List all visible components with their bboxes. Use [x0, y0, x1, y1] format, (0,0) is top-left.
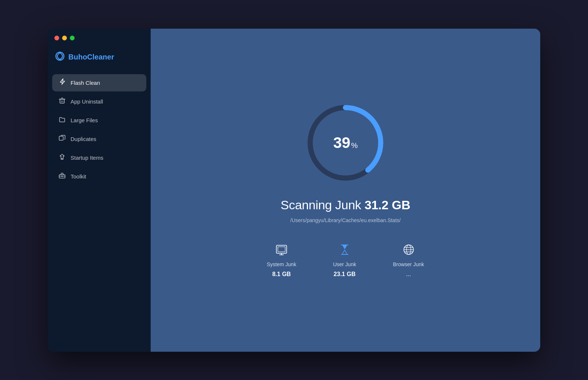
browser-junk-icon	[401, 242, 417, 258]
startup-items-label: Startup Items	[71, 155, 103, 161]
toolkit-label: Toolkit	[71, 173, 86, 180]
logo-text: BuhoCleaner	[68, 53, 114, 61]
large-files-label: Large Files	[71, 117, 98, 123]
sidebar-item-app-uninstall[interactable]: App Uninstall	[52, 93, 146, 110]
flash-clean-label: Flash Clean	[71, 80, 100, 86]
minimize-button[interactable]	[62, 36, 67, 40]
flash-clean-icon	[58, 79, 66, 87]
titlebar	[48, 29, 151, 48]
stat-browser-junk: Browser Junk ...	[393, 242, 424, 278]
nav-menu: Flash Clean App Uninstall	[48, 74, 151, 185]
duplicates-icon	[58, 135, 66, 143]
sidebar-item-duplicates[interactable]: Duplicates	[52, 130, 146, 148]
sidebar-item-startup-items[interactable]: Startup Items	[52, 149, 146, 166]
sidebar: BuhoCleaner Flash Clean	[48, 29, 151, 352]
sidebar-item-large-files[interactable]: Large Files	[52, 112, 146, 129]
duplicates-label: Duplicates	[71, 136, 96, 142]
maximize-button[interactable]	[70, 36, 75, 40]
progress-ring-container: 39%	[305, 102, 386, 183]
svg-rect-2	[59, 136, 63, 140]
progress-number: 39	[333, 134, 351, 152]
stat-system-junk: System Junk 8.1 GB	[267, 242, 296, 278]
scanning-title: Scanning Junk 31.2 GB	[281, 198, 410, 212]
stats-row: System Junk 8.1 GB User Junk 23.1 GB	[267, 242, 424, 278]
svg-rect-8	[278, 247, 285, 252]
browser-junk-label: Browser Junk	[393, 261, 424, 267]
user-junk-label: User Junk	[333, 261, 356, 267]
main-content: 39% Scanning Junk 31.2 GB /Users/pangyu/…	[151, 29, 540, 352]
sidebar-item-toolkit[interactable]: Toolkit	[52, 168, 146, 185]
scanning-path: /Users/pangyu/Library/Caches/eu.exelban.…	[290, 217, 401, 223]
user-junk-icon	[337, 242, 353, 258]
browser-junk-value: ...	[406, 271, 411, 278]
app-window: BuhoCleaner Flash Clean	[48, 29, 540, 352]
logo-icon	[55, 51, 65, 63]
large-files-icon	[58, 116, 66, 124]
app-uninstall-icon	[58, 97, 66, 106]
logo-area: BuhoCleaner	[48, 48, 151, 74]
scanning-prefix: Scanning Junk	[281, 198, 365, 212]
startup-items-icon	[58, 153, 66, 162]
svg-rect-1	[60, 99, 64, 103]
system-junk-icon	[273, 242, 290, 258]
system-junk-label: System Junk	[267, 261, 296, 267]
scanning-size: 31.2 GB	[365, 198, 410, 212]
toolkit-icon	[58, 172, 66, 181]
svg-point-4	[62, 175, 63, 177]
user-junk-value: 23.1 GB	[334, 271, 356, 278]
system-junk-value: 8.1 GB	[272, 271, 291, 278]
progress-suffix: %	[351, 141, 358, 150]
app-uninstall-label: App Uninstall	[71, 98, 103, 105]
close-button[interactable]	[54, 36, 59, 40]
sidebar-item-flash-clean[interactable]: Flash Clean	[52, 74, 146, 91]
stat-user-junk: User Junk 23.1 GB	[333, 242, 356, 278]
progress-value: 39%	[333, 134, 358, 152]
